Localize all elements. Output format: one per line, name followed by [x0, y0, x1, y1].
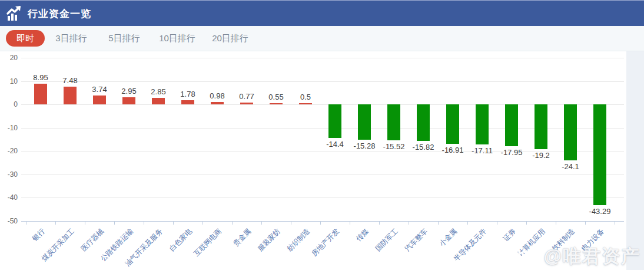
- bar-value-label: -24.1: [550, 162, 591, 171]
- y-axis-label: -50: [0, 217, 18, 225]
- x-axis-tick: [556, 221, 556, 225]
- x-axis-tick: [438, 221, 439, 225]
- bar-12[interactable]: [387, 104, 400, 140]
- bar-1[interactable]: [64, 87, 77, 104]
- industry-funds-widget: 行业资金一览 即时3日排行5日排行10日排行20日排行 20100-10-20-…: [0, 0, 644, 270]
- page-title: 行业资金一览: [28, 7, 91, 21]
- gridline-y--30: [21, 174, 624, 175]
- tab-1[interactable]: 3日排行: [45, 33, 98, 44]
- x-axis-tick: [26, 221, 26, 225]
- bar-19[interactable]: [593, 104, 606, 205]
- x-axis-tick: [85, 221, 85, 225]
- x-axis-tick: [261, 221, 262, 225]
- x-axis-tick: [114, 221, 115, 225]
- bar-8[interactable]: [270, 103, 283, 104]
- y-axis-label: 20: [0, 54, 18, 62]
- gridline-y-10: [21, 81, 624, 82]
- tab-active-0[interactable]: 即时: [6, 30, 45, 47]
- bar-value-label: -43.29: [579, 207, 620, 216]
- x-axis-tick: [203, 221, 203, 225]
- y-axis-label: -40: [0, 193, 18, 202]
- bar-15[interactable]: [476, 104, 489, 144]
- gridline-y--10: [21, 128, 624, 129]
- bar-7[interactable]: [240, 103, 253, 104]
- bar-6[interactable]: [211, 102, 224, 104]
- bar-3[interactable]: [122, 97, 135, 104]
- x-axis-tick: [585, 221, 586, 225]
- x-axis-tick: [615, 221, 615, 225]
- x-axis-tick: [350, 221, 350, 225]
- x-axis-tick: [409, 221, 409, 225]
- tab-4[interactable]: 20日排行: [204, 33, 257, 44]
- trend-chart-icon: [6, 5, 22, 22]
- bar-chart: 20100-10-20-30-40-508.95银行7.48煤炭开采加工3.74…: [0, 51, 626, 270]
- bar-0[interactable]: [34, 84, 47, 104]
- bar-10[interactable]: [328, 104, 341, 138]
- bar-14[interactable]: [446, 104, 459, 144]
- bar-value-label: 7.48: [49, 76, 91, 85]
- x-axis-tick: [379, 221, 380, 225]
- bar-9[interactable]: [299, 103, 312, 104]
- bar-13[interactable]: [417, 104, 430, 141]
- x-axis-tick: [497, 221, 497, 225]
- gridline-y-20: [21, 58, 624, 58]
- widget-header: 行业资金一览: [0, 0, 644, 26]
- y-axis-label: 10: [0, 77, 18, 85]
- x-axis-tick: [526, 221, 527, 225]
- bar-2[interactable]: [93, 96, 106, 104]
- tab-3[interactable]: 10日排行: [151, 33, 204, 44]
- bar-11[interactable]: [358, 104, 371, 140]
- x-axis-tick: [144, 221, 144, 225]
- tab-2[interactable]: 5日排行: [98, 33, 151, 44]
- x-axis-line: [21, 221, 624, 222]
- x-axis-tick: [55, 221, 56, 225]
- x-axis-tick: [467, 221, 468, 225]
- x-axis-tick: [320, 221, 321, 225]
- bar-value-label: -19.2: [520, 151, 562, 160]
- x-axis-tick: [173, 221, 174, 225]
- y-axis-label: -20: [0, 147, 18, 155]
- bar-18[interactable]: [564, 104, 577, 160]
- gridline-y-0: [21, 104, 624, 105]
- period-tabbar: 即时3日排行5日排行10日排行20日排行: [0, 26, 644, 51]
- bar-5[interactable]: [181, 100, 194, 104]
- x-axis-tick: [232, 221, 233, 225]
- x-axis-tick: [291, 221, 291, 225]
- bar-4[interactable]: [152, 98, 165, 104]
- gridline-y--40: [21, 197, 624, 198]
- bar-value-label: 0.5: [285, 93, 326, 101]
- y-axis-label: -10: [0, 124, 18, 132]
- bar-16[interactable]: [505, 104, 518, 146]
- y-axis-label: 0: [0, 100, 18, 108]
- y-axis-label: -30: [0, 170, 18, 179]
- bar-17[interactable]: [535, 104, 547, 149]
